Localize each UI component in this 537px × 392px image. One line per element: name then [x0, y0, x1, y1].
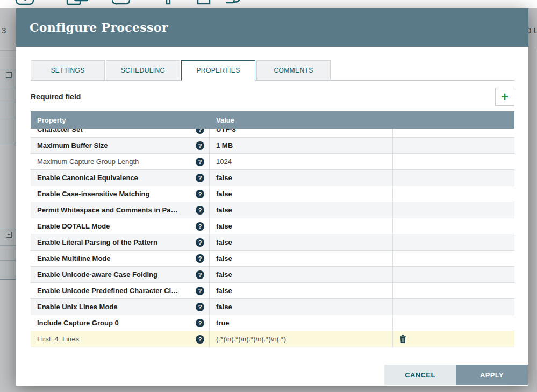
help-icon[interactable]: ? [196, 303, 204, 311]
tab-bar: SETTINGSSCHEDULINGPROPERTIESCOMMENTS [31, 47, 514, 81]
table-row[interactable]: Enable DOTALL Mode?false [31, 218, 514, 234]
property-name: First_4_Lines [37, 335, 79, 343]
table-row[interactable]: Enable Multiline Mode?false [31, 251, 514, 267]
property-name: Maximum Capture Group Length [37, 158, 139, 166]
help-icon[interactable]: ? [196, 319, 204, 327]
help-icon[interactable]: ? [196, 206, 204, 215]
tab-properties[interactable]: PROPERTIES [181, 60, 255, 81]
column-header-property: Property [31, 116, 210, 124]
table-row[interactable]: Enable Unicode Predefined Character Cl…?… [31, 283, 514, 299]
delete-property-icon[interactable] [399, 335, 406, 343]
help-icon[interactable]: ? [196, 190, 204, 198]
property-value[interactable]: (.*)\n(.*)\n(.*)\n(.*)\n(.*) [216, 335, 286, 343]
property-value[interactable]: false [216, 190, 232, 198]
process-group-icon [66, 0, 90, 8]
table-row[interactable]: Include Capture Group 0?true [31, 315, 514, 331]
template-icon [224, 0, 247, 8]
table-row[interactable]: Maximum Buffer Size?1 MB [31, 138, 514, 154]
help-icon[interactable]: ? [196, 141, 204, 150]
dialog-header: Configure Processor [16, 8, 528, 47]
cancel-button[interactable]: CANCEL [384, 365, 456, 385]
required-field-label: Required field [31, 92, 81, 101]
property-value[interactable]: true [216, 319, 230, 327]
property-name: Enable Literal Parsing of the Pattern [37, 238, 157, 246]
configure-processor-dialog: Configure Processor SETTINGSSCHEDULINGPR… [16, 8, 528, 386]
table-row[interactable]: Enable Case-insensitive Matching?false [31, 186, 514, 202]
property-value[interactable]: 1 MB [216, 141, 233, 149]
help-icon[interactable]: ? [196, 287, 204, 295]
dialog-body: SETTINGSSCHEDULINGPROPERTIESCOMMENTS Req… [16, 47, 528, 347]
table-header: Property Value [31, 111, 514, 129]
property-value[interactable]: 1024 [216, 158, 232, 166]
table-row[interactable]: First_4_Lines?(.*)\n(.*)\n(.*)\n(.*)\n(.… [31, 331, 514, 347]
help-icon[interactable]: ? [196, 335, 204, 344]
tab-settings[interactable]: SETTINGS [31, 60, 105, 80]
table-row[interactable]: Enable Unicode-aware Case Folding?false [31, 267, 514, 283]
table-row[interactable]: Enable Literal Parsing of the Pattern?fa… [31, 234, 514, 251]
property-name: Enable Unicode Predefined Character Cl… [37, 287, 178, 295]
property-name: Enable Case-insensitive Matching [37, 190, 150, 198]
property-value[interactable]: false [216, 174, 232, 182]
properties-table: Property Value Character Set?UTF-8Maximu… [31, 111, 514, 347]
dialog-title: Configure Processor [30, 20, 168, 34]
label-icon [195, 0, 213, 8]
property-value[interactable]: false [216, 287, 232, 295]
property-value[interactable]: false [216, 270, 232, 279]
property-name: Permit Whitespace and Comments in Pa… [37, 206, 178, 214]
property-name: Include Capture Group 0 [37, 319, 119, 327]
apply-button[interactable]: APPLY [456, 365, 528, 385]
required-field-row: Required field + [31, 88, 514, 106]
help-icon[interactable]: ? [196, 174, 204, 182]
help-icon[interactable]: ? [196, 222, 204, 231]
remote-process-group-icon [112, 0, 133, 8]
processor-icon [14, 0, 35, 8]
property-name: Enable DOTALL Mode [37, 222, 110, 230]
properties-table-body[interactable]: Character Set?UTF-8Maximum Buffer Size?1… [31, 122, 514, 347]
property-value[interactable]: false [216, 254, 232, 262]
column-header-value: Value [210, 116, 393, 124]
component-toolbar [0, 0, 537, 8]
property-name: Enable Multiline Mode [37, 254, 111, 262]
property-name: Enable Unix Lines Mode [37, 303, 118, 311]
property-name: Maximum Buffer Size [37, 141, 108, 149]
property-value[interactable]: false [216, 206, 232, 214]
property-value[interactable]: false [216, 222, 232, 230]
dialog-footer: CANCEL APPLY [384, 365, 528, 385]
property-name: Enable Unicode-aware Case Folding [37, 270, 157, 279]
add-property-button[interactable]: + [495, 88, 514, 106]
help-icon[interactable]: ? [196, 254, 204, 263]
help-icon[interactable]: ? [196, 158, 204, 166]
plus-icon: + [501, 91, 508, 103]
funnel-icon [157, 0, 179, 8]
property-value[interactable]: false [216, 238, 232, 246]
table-row[interactable]: Permit Whitespace and Comments in Pa…?fa… [31, 202, 514, 218]
table-row[interactable]: Maximum Capture Group Length?1024 [31, 154, 514, 170]
tab-comments[interactable]: COMMENTS [256, 60, 331, 80]
table-row[interactable]: Enable Unix Lines Mode?false [31, 299, 514, 315]
property-value[interactable]: false [216, 303, 232, 311]
table-row[interactable]: Enable Canonical Equivalence?false [31, 170, 514, 186]
tab-scheduling[interactable]: SCHEDULING [106, 60, 180, 80]
help-icon[interactable]: ? [196, 270, 204, 279]
property-name: Enable Canonical Equivalence [37, 174, 138, 182]
help-icon[interactable]: ? [196, 238, 204, 247]
